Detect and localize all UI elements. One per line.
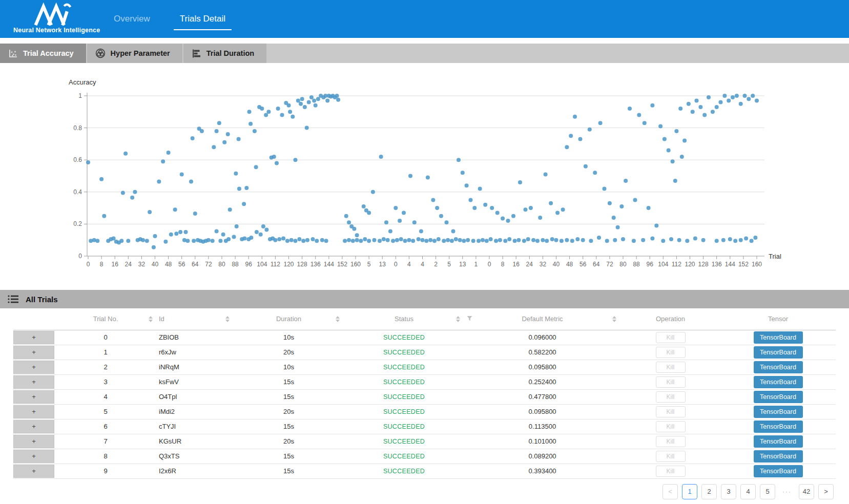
sort-icon-status[interactable]: [456, 316, 460, 322]
sort-icon-trial-no[interactable]: [149, 316, 153, 322]
cell-duration: 15s: [234, 419, 344, 434]
chart-text: Accuracy: [69, 78, 96, 86]
tensorboard-button[interactable]: TensorBoard: [754, 361, 803, 373]
scatter-point: [727, 98, 731, 102]
expand-row-button[interactable]: +: [13, 405, 54, 418]
sort-icon-id[interactable]: [225, 316, 230, 322]
sort-icon-default-metric[interactable]: [612, 316, 616, 322]
tensorboard-button[interactable]: TensorBoard: [754, 421, 803, 433]
scatter-point: [395, 238, 399, 242]
scatter-point: [235, 224, 239, 228]
scatter-point: [255, 230, 259, 234]
chart-text: 96: [647, 261, 654, 268]
kill-button[interactable]: Kill: [656, 376, 686, 388]
scatter-point: [403, 239, 407, 243]
chart-text: 16: [112, 261, 119, 268]
expand-row-button[interactable]: +: [13, 331, 54, 344]
pagination-page-3[interactable]: 3: [721, 484, 736, 499]
status-badge: SUCCEEDED: [383, 453, 425, 460]
table-row: +3ksFwV15sSUCCEEDED0.252400KillTensorBoa…: [13, 374, 836, 389]
pagination-page-42[interactable]: 42: [799, 484, 814, 499]
kill-button[interactable]: Kill: [656, 362, 686, 373]
expand-row-button[interactable]: +: [13, 420, 54, 433]
tensorboard-button[interactable]: TensorBoard: [754, 406, 803, 418]
tensorboard-button[interactable]: TensorBoard: [754, 346, 803, 359]
scatter-point: [719, 100, 723, 104]
expand-row-button[interactable]: +: [13, 390, 54, 404]
scatter-point: [624, 179, 628, 183]
cell-default-metric: 0.095800: [464, 404, 620, 419]
scatter-point: [503, 239, 507, 243]
cell-id: O4Tpl: [157, 389, 234, 404]
scatter-point: [180, 172, 184, 176]
scatter-point: [451, 229, 455, 234]
pagination-page-2[interactable]: 2: [701, 484, 717, 499]
kill-button[interactable]: Kill: [656, 332, 686, 343]
tab-hyper-parameter[interactable]: Hyper Parameter: [87, 44, 182, 63]
scatter-point: [316, 97, 320, 101]
nni-logo[interactable]: Neural Network Intelligence: [13, 1, 92, 34]
nav-tab-trials-detail[interactable]: Trials Detail: [180, 14, 225, 24]
chart-text: 8: [100, 261, 103, 268]
kill-button[interactable]: Kill: [656, 391, 686, 403]
scatter-point: [671, 159, 675, 163]
kill-button[interactable]: Kill: [656, 347, 686, 358]
kill-button[interactable]: Kill: [656, 406, 686, 417]
expand-row-button[interactable]: +: [13, 465, 54, 478]
scatter-point: [185, 239, 190, 243]
tab-trial-accuracy[interactable]: Trial Accuracy: [0, 44, 86, 63]
cell-trial-no: 3: [54, 374, 157, 389]
pagination-next-button[interactable]: >: [818, 484, 834, 499]
chart-text: 88: [232, 261, 239, 268]
tensorboard-button[interactable]: TensorBoard: [754, 450, 803, 463]
scatter-point: [335, 94, 339, 98]
expand-row-button[interactable]: +: [13, 435, 54, 448]
scatter-point: [637, 113, 641, 117]
cell-status: SUCCEEDED: [344, 345, 464, 360]
scatter-point: [249, 122, 253, 126]
scatter-point: [565, 145, 569, 149]
scatter-point: [296, 98, 300, 102]
pagination-page-5[interactable]: 5: [760, 484, 775, 499]
status-badge: SUCCEEDED: [383, 334, 425, 341]
pagination: <12345···42>: [0, 484, 834, 499]
tensorboard-button[interactable]: TensorBoard: [754, 376, 803, 388]
kill-button[interactable]: Kill: [656, 436, 686, 447]
pagination-page-1[interactable]: 1: [682, 484, 697, 499]
kill-button[interactable]: Kill: [656, 451, 686, 462]
scatter-point: [276, 107, 280, 111]
tensorboard-button[interactable]: TensorBoard: [754, 331, 803, 344]
tab-trial-duration[interactable]: Trial Duration: [183, 44, 266, 63]
accuracy-scatter-chart[interactable]: 00.20.40.60.8108162432404856647280889610…: [0, 63, 849, 276]
scatter-point: [320, 238, 324, 242]
status-badge: SUCCEEDED: [383, 438, 425, 445]
kill-button[interactable]: Kill: [656, 421, 686, 432]
scatter-point: [303, 105, 307, 109]
tensorboard-button[interactable]: TensorBoard: [754, 435, 803, 448]
scatter-point: [174, 232, 178, 236]
pagination-page-4[interactable]: 4: [740, 484, 756, 499]
scatter-point: [494, 239, 498, 243]
status-badge: SUCCEEDED: [383, 423, 425, 430]
scatter-point: [489, 237, 493, 241]
all-trials-header: All Trials: [0, 290, 849, 308]
scatter-point: [215, 229, 219, 234]
chart-text: 24: [526, 261, 533, 268]
pagination-prev-button[interactable]: <: [662, 484, 678, 499]
tensorboard-button[interactable]: TensorBoard: [754, 465, 803, 477]
expand-row-button[interactable]: +: [13, 450, 54, 463]
expand-row-button[interactable]: +: [13, 361, 54, 374]
cell-trial-no: 9: [54, 464, 157, 478]
scatter-point: [641, 238, 645, 242]
scatter-point: [285, 239, 289, 243]
tensorboard-button[interactable]: TensorBoard: [754, 391, 803, 403]
scatter-point: [394, 206, 398, 210]
nav-tab-overview[interactable]: Overview: [114, 14, 150, 24]
scatter-point: [458, 238, 462, 242]
sort-icon-duration[interactable]: [336, 316, 340, 322]
kill-button[interactable]: Kill: [656, 466, 686, 477]
chart-tab-strip: Trial Accuracy Hyper Parameter Trial Dur…: [0, 44, 849, 63]
cell-default-metric: 0.095800: [464, 360, 620, 374]
expand-row-button[interactable]: +: [13, 375, 54, 389]
expand-row-button[interactable]: +: [13, 346, 54, 359]
